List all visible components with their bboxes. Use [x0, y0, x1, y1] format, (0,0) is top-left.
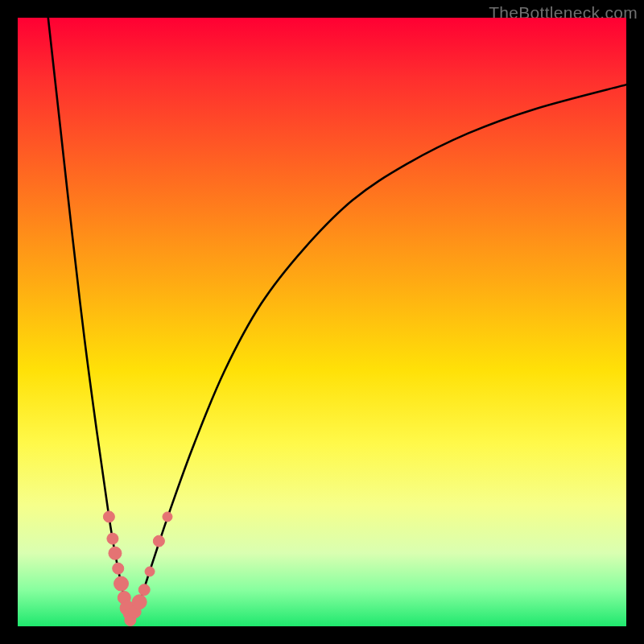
- marker-group: [103, 511, 172, 626]
- data-marker: [132, 595, 147, 609]
- data-marker: [153, 535, 164, 547]
- data-marker: [145, 567, 155, 576]
- data-marker: [114, 576, 129, 591]
- data-marker: [113, 563, 124, 574]
- plot-area: [18, 18, 626, 626]
- curve-left-branch: [48, 18, 130, 620]
- chart-container: TheBottleneck.com: [0, 0, 644, 644]
- curve-right-branch: [130, 85, 626, 620]
- data-marker: [138, 584, 150, 596]
- data-marker: [107, 533, 118, 544]
- data-marker: [103, 511, 114, 522]
- chart-svg: [18, 18, 626, 626]
- data-marker: [109, 547, 122, 559]
- data-marker: [163, 512, 172, 522]
